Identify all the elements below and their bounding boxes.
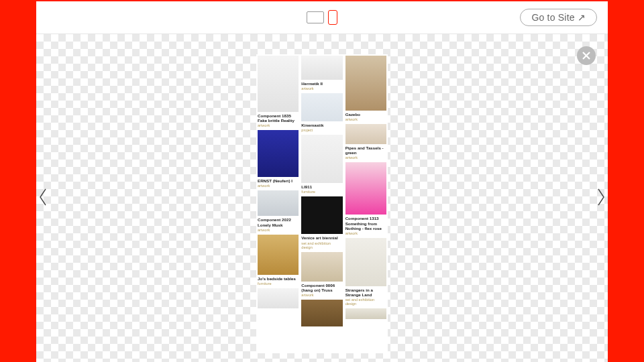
thumbnail: [258, 190, 299, 216]
device-desktop-button[interactable]: [307, 11, 324, 23]
thumbnail: [345, 56, 386, 111]
thumbnail: [258, 130, 299, 177]
thumbnail: [301, 196, 342, 234]
stage: Component 1835 Fake brittle Realityartwo…: [36, 34, 608, 362]
thumbnail: [301, 93, 342, 121]
card-category: artwork: [345, 117, 386, 121]
card[interactable]: LI911furniture: [301, 135, 342, 194]
topbar: Go to Site ↗: [36, 0, 608, 34]
card-category: artwork: [258, 123, 299, 127]
thumbnail: [301, 56, 342, 80]
card-category: artwork: [345, 231, 386, 235]
card-title: Component 0006 (hang on) Truss: [301, 283, 342, 292]
card[interactable]: [301, 300, 342, 326]
card-title: Component 1313 Something from Nothing - …: [345, 216, 386, 230]
card-title: Component 2022 Lonely Musk: [258, 217, 299, 227]
card-category: set and exhibition design: [301, 241, 342, 249]
prev-arrow[interactable]: [38, 188, 48, 209]
go-to-site-button[interactable]: Go to Site ↗: [520, 9, 597, 26]
card[interactable]: Pipes and Tassels - greenartwork: [345, 124, 386, 160]
card-category: set and exhibition design: [345, 298, 386, 306]
card-category: furniture: [258, 282, 299, 286]
card[interactable]: Jo's bedside tablesfurniture: [258, 235, 299, 286]
grid: Component 1835 Fake brittle Realityartwo…: [256, 54, 388, 333]
card[interactable]: Component 1835 Fake brittle Realityartwo…: [258, 56, 299, 127]
thumbnail: [258, 288, 299, 308]
next-arrow[interactable]: [596, 188, 606, 209]
card-title: Hermetik II: [301, 81, 342, 86]
chevron-left-icon: [38, 188, 48, 206]
card[interactable]: Hermetik IIartwork: [301, 56, 342, 90]
card[interactable]: Kinemastikproject: [301, 93, 342, 132]
card-category: artwork: [258, 184, 299, 188]
card[interactable]: Venice art biennialset and exhibition de…: [301, 196, 342, 249]
card-category: artwork: [301, 293, 342, 297]
card-title: Venice art biennial: [301, 235, 342, 240]
thumbnail: [258, 56, 299, 112]
card[interactable]: Component 1313 Something from Nothing - …: [345, 162, 386, 235]
thumbnail: [345, 124, 386, 144]
close-button[interactable]: [577, 46, 596, 65]
card-title: Kinemastik: [301, 123, 342, 127]
device-toggle: [307, 10, 337, 25]
card[interactable]: ERNST (Neufert) Iartwork: [258, 130, 299, 188]
card-category: artwork: [258, 228, 299, 232]
thumbnail: [301, 300, 342, 326]
thumbnail: [301, 252, 342, 282]
preview-frame: Component 1835 Fake brittle Realityartwo…: [256, 54, 388, 353]
thumbnail: [345, 162, 386, 215]
thumbnail: [301, 135, 342, 183]
card[interactable]: Gazeboartwork: [345, 56, 386, 121]
grid-scroll[interactable]: Component 1835 Fake brittle Realityartwo…: [256, 54, 388, 353]
close-icon: [582, 51, 591, 60]
card-category: project: [301, 128, 342, 132]
thumbnail: [345, 238, 386, 286]
card[interactable]: Component 2022 Lonely Muskartwork: [258, 190, 299, 231]
card-title: Jo's bedside tables: [258, 276, 299, 281]
card-title: Gazebo: [345, 112, 386, 117]
card-title: Strangers in a Strange Land: [345, 288, 386, 297]
card[interactable]: [345, 308, 386, 319]
card-category: furniture: [301, 190, 342, 194]
device-mobile-button[interactable]: [328, 10, 337, 25]
thumbnail: [345, 308, 386, 319]
card-title: Component 1835 Fake brittle Reality: [258, 113, 299, 123]
card-title: LI911: [301, 184, 342, 189]
card-title: ERNST (Neufert) I: [258, 178, 299, 183]
thumbnail: [258, 235, 299, 275]
card-title: Pipes and Tassels - green: [345, 145, 386, 155]
card[interactable]: [258, 288, 299, 308]
card[interactable]: Strangers in a Strange Landset and exhib…: [345, 238, 386, 306]
chevron-right-icon: [596, 188, 606, 206]
card[interactable]: Component 0006 (hang on) Trussartwork: [301, 252, 342, 297]
card-category: artwork: [301, 86, 342, 90]
card-category: artwork: [345, 156, 386, 160]
gallery-viewport: Go to Site ↗ Component 1835 Fake brittle…: [36, 0, 608, 362]
